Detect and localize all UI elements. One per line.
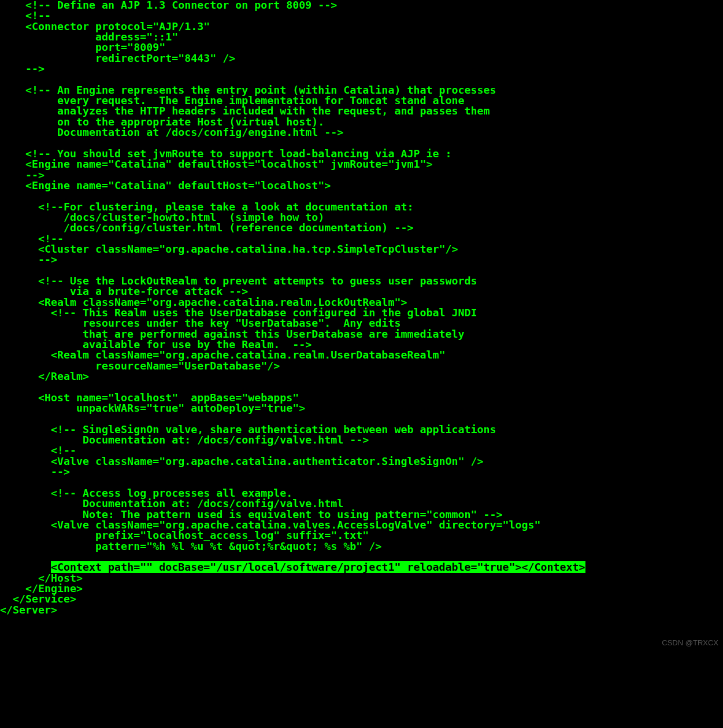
xml-code-block: <!-- Define an AJP 1.3 Connector on port… — [0, 0, 723, 615]
watermark-text: CSDN @TRXCX — [662, 638, 718, 647]
